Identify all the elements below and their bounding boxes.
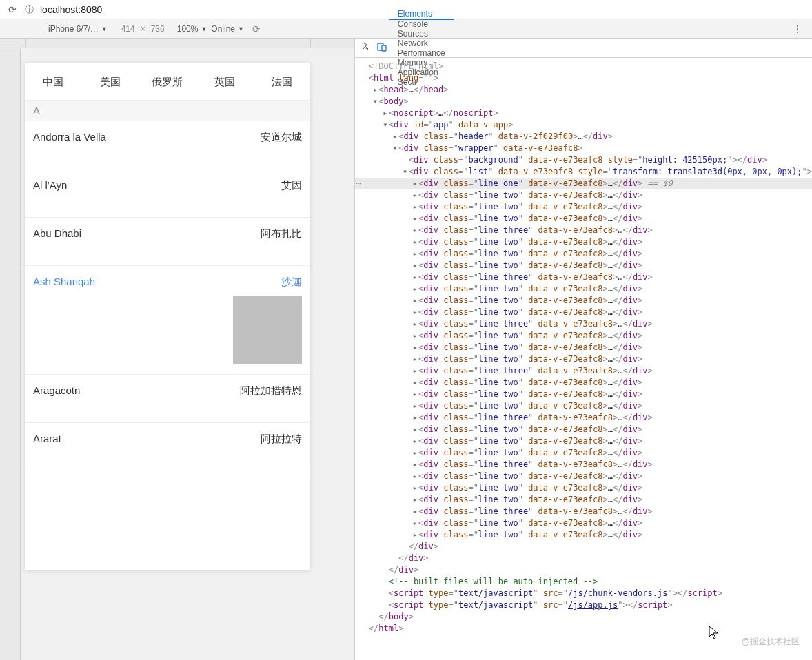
city-row[interactable]: Al l'Ayn艾因	[25, 169, 310, 218]
city-name-en: Ash Shariqah	[33, 276, 95, 287]
dom-node[interactable]: <script type="text/javascript" src="/js/…	[355, 599, 812, 611]
dom-node[interactable]: </body>	[355, 611, 812, 623]
watermark: @掘金技术社区	[742, 636, 800, 648]
city-thumbnail	[233, 296, 302, 364]
dom-node[interactable]: </div>	[355, 541, 812, 553]
devtools-tabs: ElementsConsoleSourcesNetworkPerformance…	[355, 39, 812, 58]
city-name-en: Andorra la Vella	[33, 131, 106, 143]
dom-node[interactable]: ▸<div class="line two" data-v-e73eafc8>……	[355, 400, 812, 412]
country-tab[interactable]: 俄罗斯	[139, 63, 196, 100]
elements-tree[interactable]: <!DOCTYPE html> <html lang=""> ▸<head>…<…	[355, 58, 812, 660]
chevron-down-icon: ▼	[238, 25, 244, 32]
dom-node[interactable]: ▸<div class="line two" data-v-e73eafc8>……	[355, 248, 812, 260]
dom-node[interactable]: ▸<div class="line two" data-v-e73eafc8>……	[355, 377, 812, 389]
reload-icon[interactable]: ⟳	[4, 4, 21, 15]
city-name-en: Al l'Ayn	[33, 179, 67, 191]
dom-node[interactable]: ▸<div class="line two" data-v-e73eafc8>……	[355, 330, 812, 342]
cursor-icon	[709, 626, 721, 641]
city-name-en: Abu Dhabi	[33, 227, 81, 239]
ruler-horizontal	[0, 39, 354, 48]
dom-node[interactable]: <script type="text/javascript" src="/js/…	[355, 588, 812, 599]
device-mode-icon[interactable]	[374, 42, 389, 54]
svg-rect-1	[382, 45, 386, 51]
city-row[interactable]: Abu Dhabi阿布扎比	[25, 218, 310, 266]
dom-node[interactable]: ▸<noscript>…</noscript>	[355, 107, 812, 119]
device-preview-pane: 中国美国俄罗斯英国法国 A Andorra la Vella安道尔城Al l'A…	[0, 39, 354, 660]
dom-node[interactable]: ▸<div class="line one" data-v-e73eafc8>……	[355, 178, 812, 189]
dom-node[interactable]: ▸<div class="line two" data-v-e73eafc8>……	[355, 353, 812, 365]
dom-node[interactable]: ▸<div class="line three" data-v-e73eafc8…	[355, 459, 812, 471]
dom-node[interactable]: ▸<div class="line two" data-v-e73eafc8>……	[355, 389, 812, 400]
dom-node[interactable]: ▸<div class="header" data-v-2f029f00>…</…	[355, 131, 812, 143]
dom-node[interactable]: ▸<head>…</head>	[355, 84, 812, 96]
city-list[interactable]: Andorra la Vella安道尔城Al l'Ayn艾因Abu Dhabi阿…	[25, 121, 310, 471]
throttling-selector[interactable]: Online▼	[211, 24, 244, 34]
dom-node[interactable]: ▸<div class="line two" data-v-e73eafc8>……	[355, 435, 812, 447]
dom-node[interactable]: ▸<div class="line two" data-v-e73eafc8>……	[355, 517, 812, 529]
dom-node[interactable]: <!-- built files will be auto injected -…	[355, 576, 812, 588]
country-tabs: 中国美国俄罗斯英国法国	[25, 63, 310, 101]
kebab-menu-icon[interactable]: ⋮	[793, 23, 802, 34]
dom-node[interactable]: ▸<div class="line three" data-v-e73eafc8…	[355, 412, 812, 424]
dom-node[interactable]: ▸<div class="line two" data-v-e73eafc8>……	[355, 447, 812, 459]
dom-node[interactable]: <!DOCTYPE html>	[355, 61, 812, 72]
dom-node[interactable]: ▸<div class="line three" data-v-e73eafc8…	[355, 365, 812, 377]
times-icon: ×	[141, 24, 145, 34]
dom-node[interactable]: ▸<div class="line two" data-v-e73eafc8>……	[355, 494, 812, 506]
device-selector[interactable]: iPhone 6/7/…▼	[48, 24, 108, 34]
city-name-cn: 阿拉拉特	[261, 433, 302, 446]
dom-node[interactable]: ▸<div class="line three" data-v-e73eafc8…	[355, 271, 812, 283]
dom-node[interactable]: ▾<div id="app" data-v-app>	[355, 119, 812, 131]
dom-node[interactable]: ▸<div class="line two" data-v-e73eafc8>……	[355, 236, 812, 248]
device-height[interactable]: 736	[151, 24, 165, 34]
phone-frame: 中国美国俄罗斯英国法国 A Andorra la Vella安道尔城Al l'A…	[25, 63, 310, 570]
city-row[interactable]: Ararat阿拉拉特	[25, 423, 310, 471]
dom-node[interactable]: ▸<div class="line three" data-v-e73eafc8…	[355, 225, 812, 236]
devtools-tab[interactable]: Elements	[389, 9, 454, 20]
inspect-icon[interactable]	[359, 42, 374, 54]
dom-node[interactable]: ▸<div class="line two" data-v-e73eafc8>……	[355, 482, 812, 494]
device-width[interactable]: 414	[121, 24, 135, 34]
dom-node[interactable]: ▸<div class="line two" data-v-e73eafc8>……	[355, 189, 812, 201]
zoom-selector[interactable]: 100%▼	[177, 24, 207, 34]
dom-node[interactable]: </html>	[355, 623, 812, 635]
dom-node[interactable]: <div class="background" data-v-e73eafc8 …	[355, 154, 812, 166]
dom-node[interactable]: </div>	[355, 553, 812, 564]
devtools-tab[interactable]: Sources	[389, 29, 454, 39]
devtools-tab[interactable]: Console	[389, 19, 454, 29]
dom-node[interactable]: <html lang="">	[355, 72, 812, 84]
dom-node[interactable]: ▸<div class="line two" data-v-e73eafc8>……	[355, 307, 812, 318]
dom-node[interactable]: ▸<div class="line two" data-v-e73eafc8>……	[355, 213, 812, 225]
dom-node[interactable]: ▸<div class="line two" data-v-e73eafc8>……	[355, 471, 812, 482]
dom-node[interactable]: ▸<div class="line two" data-v-e73eafc8>……	[355, 529, 812, 541]
country-tab[interactable]: 法国	[253, 63, 310, 100]
city-name-cn: 安道尔城	[261, 131, 302, 144]
dom-node[interactable]: ▸<div class="line two" data-v-e73eafc8>……	[355, 283, 812, 295]
city-row[interactable]: Ash Shariqah沙迦	[25, 266, 310, 375]
country-tab[interactable]: 美国	[82, 63, 139, 100]
dom-node[interactable]: ▸<div class="line two" data-v-e73eafc8>……	[355, 342, 812, 353]
dom-node[interactable]: ▾<body>	[355, 96, 812, 107]
city-name-en: Ararat	[33, 433, 61, 444]
city-row[interactable]: Andorra la Vella安道尔城	[25, 121, 310, 169]
devtools-pane: ElementsConsoleSourcesNetworkPerformance…	[354, 39, 812, 660]
dom-node[interactable]: ▾<div class="wrapper" data-v-e73eafc8>	[355, 143, 812, 154]
city-name-cn: 沙迦	[281, 276, 302, 289]
dom-node[interactable]: ▾<div class="list" data-v-e73eafc8 style…	[355, 166, 812, 178]
dom-node[interactable]: ▸<div class="line three" data-v-e73eafc8…	[355, 318, 812, 330]
rotate-icon[interactable]: ⟳	[252, 23, 261, 34]
site-info-icon[interactable]: ⓘ	[21, 3, 37, 16]
dom-node[interactable]: ▸<div class="line three" data-v-e73eafc8…	[355, 506, 812, 517]
dom-node[interactable]: </div>	[355, 564, 812, 576]
devtools-tab[interactable]: Network	[389, 39, 454, 48]
city-row[interactable]: Aragacotn阿拉加措特恩	[25, 375, 310, 423]
dom-node[interactable]: ▸<div class="line two" data-v-e73eafc8>……	[355, 201, 812, 213]
dom-node[interactable]: ▸<div class="line two" data-v-e73eafc8>……	[355, 260, 812, 271]
chevron-down-icon: ▼	[101, 25, 108, 32]
country-tab[interactable]: 英国	[196, 63, 253, 100]
dom-node[interactable]: ▸<div class="line two" data-v-e73eafc8>……	[355, 424, 812, 435]
city-name-cn: 阿布扎比	[261, 227, 302, 240]
country-tab[interactable]: 中国	[25, 63, 82, 100]
devtools-tab[interactable]: Performance	[389, 48, 454, 58]
dom-node[interactable]: ▸<div class="line two" data-v-e73eafc8>……	[355, 295, 812, 307]
